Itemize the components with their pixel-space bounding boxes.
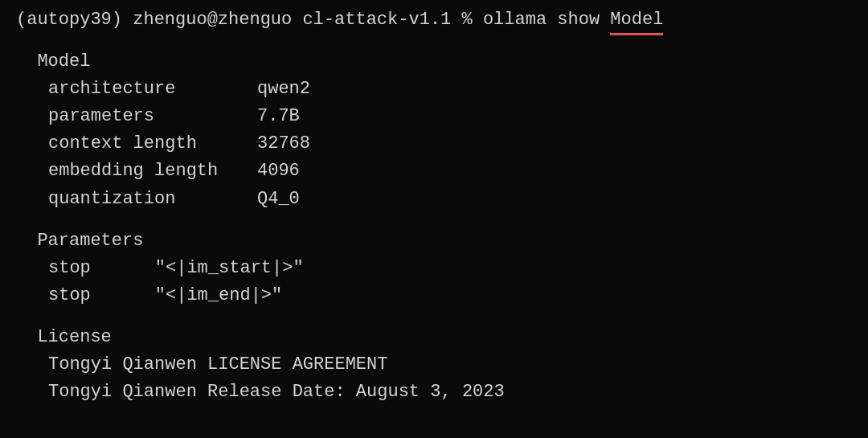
terminal: (autopy39) zhenguo@zhenguo cl-attack-v1.… [16, 6, 852, 432]
params-key: parameters [48, 103, 257, 130]
stop-key-1: stop [48, 255, 113, 282]
license-heading: License [16, 324, 852, 351]
arch-key: architecture [48, 76, 257, 103]
gap2 [16, 213, 852, 227]
license-line-2: Tongyi Qianwen Release Date: August 3, 2… [16, 379, 852, 406]
license-line-1: Tongyi Qianwen LICENSE AGREEMENT [16, 351, 852, 379]
context-key: context length [48, 130, 257, 158]
prompt-line: (autopy39) zhenguo@zhenguo cl-attack-v1.… [16, 6, 852, 34]
license-text-1: Tongyi Qianwen LICENSE AGREEMENT [48, 351, 387, 379]
stop-key-2: stop [48, 282, 113, 309]
command-arg: Model [610, 6, 663, 34]
model-parameters-row: parameters7.7B [16, 103, 852, 130]
stop-value-1: "<|im_start|>" [113, 255, 304, 282]
model-context-length-row: context length32768 [16, 130, 852, 158]
gap [16, 34, 852, 48]
prompt-text: (autopy39) zhenguo@zhenguo cl-attack-v1.… [16, 6, 610, 34]
params-value: 7.7B [257, 103, 300, 130]
stop-row-2: stop "<|im_end|>" [16, 282, 852, 309]
model-quantization-row: quantizationQ4_0 [16, 186, 852, 213]
model-heading: Model [16, 48, 852, 76]
stop-row-1: stop "<|im_start|>" [16, 255, 852, 282]
embed-key: embedding length [48, 158, 257, 185]
license-text-2: Tongyi Qianwen Release Date: August 3, 2… [48, 379, 505, 406]
quant-value: Q4_0 [257, 186, 300, 213]
stop-value-2: "<|im_end|>" [113, 282, 282, 309]
quant-key: quantization [48, 186, 257, 213]
embed-value: 4096 [257, 158, 300, 185]
gap3 [16, 309, 852, 324]
model-architecture-row: architectureqwen2 [16, 76, 852, 103]
model-embedding-length-row: embedding length4096 [16, 158, 852, 185]
parameters-heading: Parameters [16, 227, 852, 255]
arch-value: qwen2 [257, 76, 310, 103]
context-value: 32768 [257, 130, 310, 158]
